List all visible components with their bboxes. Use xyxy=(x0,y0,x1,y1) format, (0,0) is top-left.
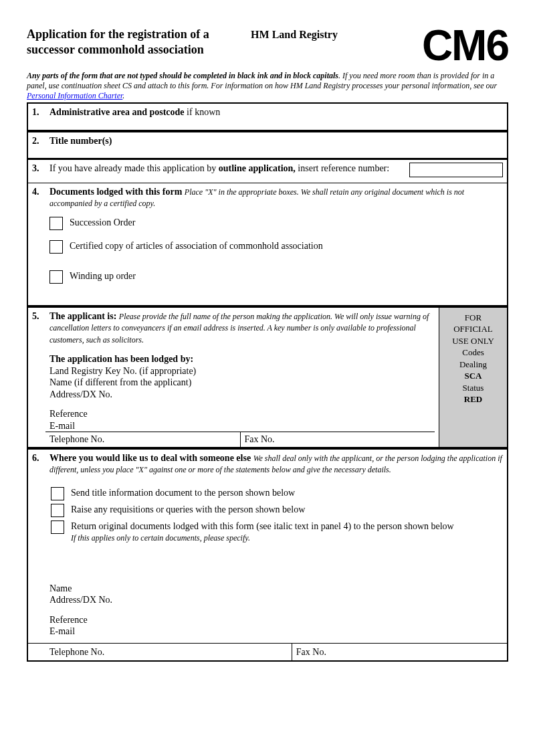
form-title: Application for the registration of a su… xyxy=(27,27,227,57)
panel-1-body: Administrative area and postcode if know… xyxy=(49,106,503,118)
checkbox-label: Return original documents lodged with th… xyxy=(71,520,503,544)
panel-4: 4. Documents lodged with this form Place… xyxy=(28,183,507,306)
personal-info-charter-link[interactable]: Personal Information Charter xyxy=(27,91,122,100)
panel-3: 3. If you have already made this applica… xyxy=(28,160,507,183)
panel-1-num: 1. xyxy=(32,106,49,118)
field-label-p6-name: Name xyxy=(49,583,503,595)
panel-4-head: Documents lodged with this form xyxy=(49,187,182,197)
field-label-p6-telephone: Telephone No. xyxy=(28,644,292,661)
field-label-fax: Fax No. xyxy=(240,432,435,447)
checkbox-row-winding-up: Winding up order xyxy=(49,270,503,284)
registry-name: HM Land Registry xyxy=(227,27,361,41)
checkbox-send-title[interactable] xyxy=(51,487,64,500)
checkbox-requisitions[interactable] xyxy=(51,504,64,517)
reference-number-input[interactable] xyxy=(409,163,503,177)
field-label-telephone: Telephone No. xyxy=(45,432,240,447)
panel-6-contact-row: Telephone No. Fax No. xyxy=(28,643,507,661)
checkbox-winding-up[interactable] xyxy=(49,270,63,284)
checkbox-row-certified-copy: Certified copy of articles of associatio… xyxy=(49,240,503,254)
panel-6-num: 6. xyxy=(32,452,49,656)
panel-3-num: 3. xyxy=(32,163,49,177)
panel-6: 6. Where you would like us to deal with … xyxy=(28,448,507,661)
panel-4-body: Documents lodged with this form Place "X… xyxy=(49,186,503,289)
field-label-p6-address: Address/DX No. xyxy=(49,594,503,606)
form-container: 1. Administrative area and postcode if k… xyxy=(27,102,508,662)
checkbox-row-succession: Succession Order xyxy=(49,216,503,230)
panel-6-item3-note: If this applies only to certain document… xyxy=(71,533,250,543)
field-label-address: Address/DX No. xyxy=(49,389,435,401)
checkbox-label: Succession Order xyxy=(70,216,503,229)
checkbox-label: Winding up order xyxy=(70,270,503,282)
checkbox-row-return-originals: Return original documents lodged with th… xyxy=(51,520,503,544)
panel-5: 5. The applicant is: Please provide the … xyxy=(28,306,507,448)
instructions-text: Any parts of the form that are not typed… xyxy=(27,71,508,101)
field-label-p6-fax: Fax No. xyxy=(292,644,507,661)
checkbox-label: Send title information document to the p… xyxy=(71,486,503,499)
panel-1-label: Administrative area and postcode xyxy=(49,107,185,117)
field-label-name: Name (if different from the applicant) xyxy=(49,377,435,389)
checkbox-label: Certified copy of articles of associatio… xyxy=(70,240,503,252)
checkbox-row-requisitions: Raise any requisitions or queries with t… xyxy=(51,503,503,517)
panel-5-contact-row: Telephone No. Fax No. xyxy=(45,432,435,447)
field-label-keyno: Land Registry Key No. (if appropriate) xyxy=(49,365,435,377)
field-label-p6-email: E-mail xyxy=(49,626,503,638)
page-header: Application for the registration of a su… xyxy=(27,27,508,66)
panel-5-head: The applicant is: xyxy=(49,311,116,321)
official-use-box: FOR OFFICIAL USE ONLY Codes Dealing SCA … xyxy=(439,308,507,447)
form-code: CM6 xyxy=(361,27,508,66)
panel-3-outline: outline application, xyxy=(219,163,296,173)
panel-6-body: Where you would like us to deal with som… xyxy=(49,452,503,656)
field-label-p6-reference: Reference xyxy=(49,614,503,626)
checkbox-certified-copy[interactable] xyxy=(49,240,63,254)
field-label-email: E-mail xyxy=(49,420,435,432)
checkbox-label: Raise any requisitions or queries with t… xyxy=(71,503,503,516)
field-label-reference: Reference xyxy=(49,408,435,420)
panel-5-num: 5. xyxy=(32,310,49,447)
panel-2-num: 2. xyxy=(32,135,49,147)
panel-1: 1. Administrative area and postcode if k… xyxy=(28,104,507,131)
checkbox-row-send-title: Send title information document to the p… xyxy=(51,486,503,500)
panel-2-label: Title number(s) xyxy=(49,135,503,147)
checkbox-return-originals[interactable] xyxy=(51,521,64,534)
panel-6-head: Where you would like us to deal with som… xyxy=(49,453,251,463)
lodged-by-head: The application has been lodged by: xyxy=(49,353,435,365)
panel-4-num: 4. xyxy=(32,186,49,289)
instructions-bold: Any parts of the form that are not typed… xyxy=(27,71,338,80)
checkbox-succession-order[interactable] xyxy=(49,217,63,230)
panel-2: 2. Title number(s) xyxy=(28,130,507,160)
panel-3-body: If you have already made this applicatio… xyxy=(49,163,503,177)
